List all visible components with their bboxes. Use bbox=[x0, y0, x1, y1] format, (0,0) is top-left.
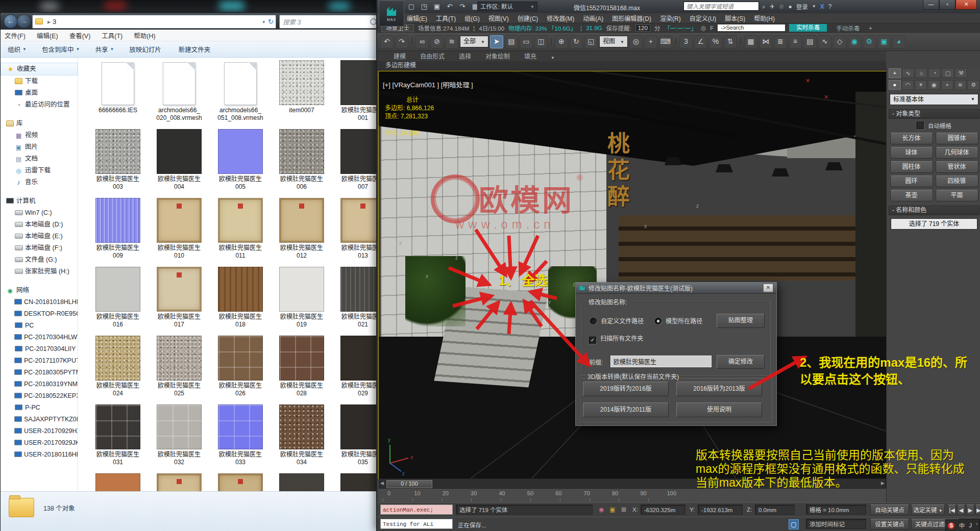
address-dropdown-icon[interactable]: ▾ bbox=[263, 19, 265, 24]
move-icon[interactable]: ⊕ bbox=[555, 35, 568, 48]
sidebar-item[interactable]: 张家肚兜猫 (H:) bbox=[1, 266, 78, 277]
x-coordinate-field[interactable]: -6320.325m bbox=[641, 504, 685, 515]
systems-category-icon[interactable]: ⚙ bbox=[967, 80, 979, 90]
max-menu-item[interactable]: 修改器(M) bbox=[547, 14, 574, 22]
go-start-button[interactable]: |◀ bbox=[948, 504, 956, 515]
ime-item[interactable]: 中 bbox=[959, 521, 965, 529]
explorer-toolbar-button[interactable]: 组织▼ bbox=[8, 44, 27, 54]
sidebar-item[interactable]: 本地磁盘 (E:) bbox=[1, 231, 78, 242]
new-scene-icon[interactable]: ▢ bbox=[407, 2, 416, 11]
sidebar-item[interactable]: PC-20180522KEPX bbox=[1, 390, 78, 402]
max-menu-item[interactable]: 自定义(U) bbox=[690, 14, 717, 22]
sidebar-item[interactable]: DESKTOP-R0E95CL bbox=[1, 308, 78, 320]
primitive-button[interactable]: 茶壶 bbox=[890, 190, 933, 201]
manual-antivirus-button[interactable]: 手动杀毒 bbox=[831, 24, 865, 32]
ribbon-options-icon[interactable]: ▼ bbox=[544, 55, 562, 61]
spinner-snap-icon[interactable]: ⇅ bbox=[724, 35, 737, 48]
angle-snap-icon[interactable]: ∠ bbox=[694, 35, 707, 48]
window-crossing-icon[interactable]: ◫ bbox=[534, 35, 548, 48]
primitive-button[interactable]: 圆环 bbox=[890, 175, 933, 187]
help-icon[interactable]: ? bbox=[828, 3, 832, 10]
favorites-star-icon[interactable]: ☆ bbox=[779, 3, 785, 10]
f-toggle-label[interactable]: F bbox=[710, 25, 714, 31]
ribbon-toggle-icon[interactable]: ▤ bbox=[803, 35, 817, 48]
dialog-title-bar[interactable]: 修改贴图名称-欧模肚兜猫医生(测试版) ✕ bbox=[576, 283, 776, 294]
file-item[interactable]: 欧模肚兜猫医生017 bbox=[149, 267, 210, 336]
chevron-down-icon[interactable]: ▼ bbox=[812, 4, 816, 9]
absolute-mode-icon[interactable]: ⊞ bbox=[619, 505, 628, 514]
map-organize-button[interactable]: 贴图整理 bbox=[717, 314, 765, 328]
max-menu-item[interactable]: 动画(A) bbox=[583, 14, 603, 22]
file-item[interactable]: 欧模肚兜猫医生028 bbox=[271, 336, 332, 404]
file-item[interactable]: 欧模肚兜猫医生034 bbox=[271, 404, 332, 473]
select-link-icon[interactable]: ∞ bbox=[415, 35, 429, 48]
file-item[interactable]: 欧模肚兜猫医生032 bbox=[149, 404, 210, 473]
close-button[interactable]: ✕ bbox=[955, 0, 977, 10]
primitive-button[interactable]: 圆锥体 bbox=[936, 133, 978, 144]
z-coordinate-field[interactable]: 0.0mm bbox=[755, 504, 795, 515]
reference-coordinate-dropdown[interactable]: 视图▼ bbox=[599, 36, 628, 47]
prev-frame-button[interactable]: ◀ bbox=[957, 504, 965, 515]
toolbar-separator[interactable]: | bbox=[410, 35, 414, 47]
prev-frame-icon[interactable]: ◀ bbox=[380, 481, 384, 486]
sidebar-item[interactable]: 图片 bbox=[1, 141, 78, 153]
file-item[interactable]: 欧模肚兜猫医生031 bbox=[87, 404, 149, 473]
track-bar[interactable]: 0102030405060708090100 bbox=[379, 489, 886, 503]
search-input[interactable]: 搜索 3 bbox=[279, 15, 378, 29]
file-item[interactable]: 欧模肚兜猫医生016 bbox=[87, 267, 149, 336]
selected-key-dropdown[interactable]: 选定关键 ▼ bbox=[911, 504, 945, 515]
named-selection-icon[interactable]: ▦ bbox=[744, 35, 757, 48]
redo-icon[interactable]: ↷ bbox=[395, 35, 408, 48]
max-menu-item[interactable]: 工具(T) bbox=[436, 14, 456, 22]
undo-icon[interactable]: ↶ bbox=[445, 2, 454, 11]
explorer-toolbar-button[interactable]: 放映幻灯片 bbox=[129, 44, 163, 54]
file-item[interactable]: 66666666.IES bbox=[87, 60, 149, 129]
file-item[interactable]: 欧模肚兜猫医生012 bbox=[271, 198, 332, 267]
render-production-icon[interactable]: ◕ bbox=[892, 35, 905, 48]
ribbon-panel-label[interactable]: 多边形建模 bbox=[377, 61, 886, 70]
selection-filter-dropdown[interactable]: 全部▼ bbox=[460, 36, 488, 47]
file-item[interactable]: 欧模肚兜猫医生021 bbox=[332, 267, 378, 336]
object-name-field[interactable]: 选择了 719 个实体 bbox=[891, 218, 977, 230]
hierarchy-tab-icon[interactable]: ⌂ bbox=[915, 68, 927, 78]
model-path-radio[interactable]: 模型所在路径 bbox=[655, 316, 702, 325]
file-item[interactable]: 欧模肚兜猫医生003 bbox=[87, 129, 149, 198]
sidebar-item[interactable]: Win7 (C:) bbox=[1, 207, 78, 219]
file-item[interactable]: archmodels66_051_008.vrmesh bbox=[210, 60, 271, 129]
record-dot-icon[interactable]: ◎ bbox=[701, 24, 706, 32]
max-menu-item[interactable]: 创建(C) bbox=[518, 14, 538, 22]
ime-item[interactable]: ' bbox=[976, 522, 977, 528]
file-item[interactable]: 欧模肚兜猫医生024 bbox=[87, 336, 149, 404]
autogrid-checkbox[interactable]: 自动栅格 bbox=[887, 121, 980, 130]
ime-item[interactable]: J bbox=[969, 522, 972, 528]
sidebar-item[interactable]: CN-20181018HLHM bbox=[1, 296, 78, 308]
max-menu-item[interactable]: 图形编辑器(D) bbox=[612, 14, 651, 22]
explorer-toolbar-button[interactable]: 共享▼ bbox=[95, 44, 114, 54]
use-pivot-icon[interactable]: ◎ bbox=[629, 35, 643, 48]
material-editor-icon[interactable]: ◉ bbox=[848, 35, 861, 48]
scale-icon[interactable]: ◱ bbox=[584, 35, 598, 48]
display-tab-icon[interactable]: ▢ bbox=[942, 68, 954, 78]
sidebar-item[interactable]: PC-20180305PYTM bbox=[1, 367, 78, 378]
play-button[interactable]: ▶ bbox=[966, 504, 974, 515]
auto-key-button[interactable]: 自动关键点 bbox=[870, 504, 909, 515]
schematic-view-icon[interactable]: ◇ bbox=[833, 35, 846, 48]
search-binoculars-icon[interactable]: ⌕ bbox=[762, 3, 766, 10]
sidebar-item[interactable]: PC-20170304HLWT bbox=[1, 332, 78, 343]
motion-tab-icon[interactable]: ◔ bbox=[928, 68, 941, 78]
create-tab-icon[interactable]: + bbox=[889, 68, 901, 78]
ribbon-tab[interactable]: 填充 bbox=[517, 50, 544, 61]
undo-icon[interactable]: ↶ bbox=[380, 35, 394, 48]
file-item[interactable]: 欧模肚兜猫医生029 bbox=[332, 336, 378, 404]
curve-editor-icon[interactable]: ∿ bbox=[818, 35, 831, 48]
sidebar-item[interactable]: USER-20180116HE bbox=[1, 449, 78, 461]
add-tab-button[interactable]: + bbox=[869, 25, 872, 31]
file-item[interactable]: 欧模肚兜猫医生009 bbox=[87, 198, 149, 267]
helpers-category-icon[interactable]: + bbox=[941, 80, 953, 90]
realtime-antivirus-button[interactable]: 实时杀毒 bbox=[789, 24, 827, 32]
explorer-toolbar-button[interactable]: 新建文件夹 bbox=[179, 44, 213, 54]
sidebar-item[interactable]: PC-20180319YNMI bbox=[1, 378, 78, 390]
shapes-category-icon[interactable]: ◠ bbox=[902, 80, 914, 90]
version-convert-button[interactable]: 2014版转为2011版 bbox=[583, 402, 669, 417]
bind-spacewarp-icon[interactable]: ≋ bbox=[445, 35, 458, 48]
